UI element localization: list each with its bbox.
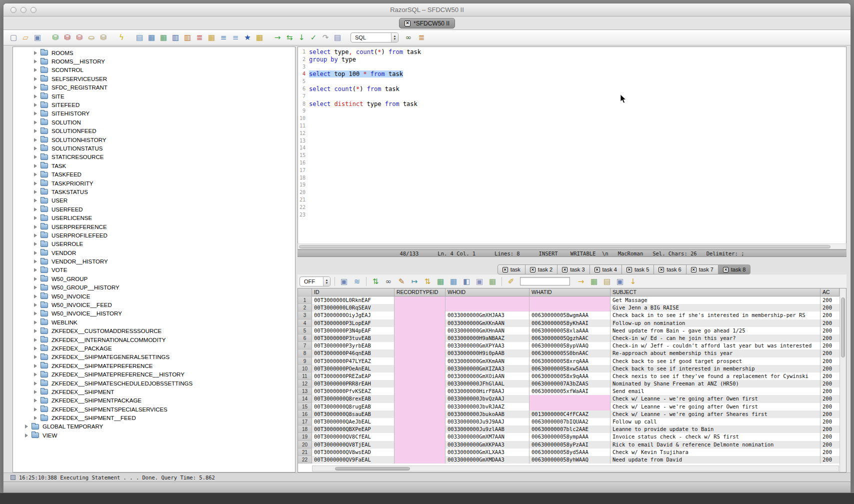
editor-hscrollbar[interactable] bbox=[298, 244, 846, 250]
filter-edit-icon[interactable]: ≋ bbox=[352, 276, 362, 286]
grid-cell[interactable]: 00T3000000Q8rexEAB bbox=[312, 395, 394, 402]
tree-item-taskpriority[interactable]: TASKPRIORITY bbox=[13, 179, 295, 188]
execute-lightning-icon[interactable]: ϟ bbox=[116, 32, 126, 42]
grid-cell[interactable]: 0033000000JbvRJAAZ bbox=[446, 403, 530, 410]
row-number-cell[interactable]: 18 bbox=[298, 426, 312, 433]
tree-item-userlicense[interactable]: USERLICENSE bbox=[13, 214, 295, 222]
grid-cell[interactable]: 200 bbox=[820, 334, 840, 342]
disclosure-triangle-icon[interactable] bbox=[34, 155, 37, 159]
grid-cell[interactable]: 006300000058yKhAAI bbox=[530, 320, 610, 327]
disclosure-triangle-icon[interactable] bbox=[34, 242, 37, 246]
editor-line-17[interactable]: 17 bbox=[298, 167, 846, 174]
row-number-cell[interactable]: 16 bbox=[298, 410, 312, 418]
grid-cell[interactable]: 00T3000000POeAnEAL bbox=[312, 365, 394, 372]
tree-item-w50_invoice__feed[interactable]: W50_INVOICE__FEED bbox=[13, 300, 295, 309]
grid-cell[interactable]: 200 bbox=[820, 403, 840, 410]
save-results-icon[interactable]: ▣ bbox=[339, 276, 349, 286]
disclosure-triangle-icon[interactable] bbox=[34, 129, 37, 133]
disclosure-triangle-icon[interactable] bbox=[34, 198, 37, 202]
tree-item-userrole[interactable]: USERROLE bbox=[13, 240, 295, 248]
tab-close-icon[interactable]: ✕ bbox=[502, 267, 508, 272]
disclosure-triangle-icon[interactable] bbox=[34, 103, 37, 107]
grid-cell[interactable] bbox=[394, 312, 446, 319]
tree-item-zkfedex__shipmentpackage[interactable]: ZKFEDEX__SHIPMENTPACKAGE bbox=[13, 396, 295, 405]
disclosure-triangle-icon[interactable] bbox=[34, 364, 37, 368]
grid-cell[interactable]: 0033000000GmXOiAAN bbox=[446, 372, 530, 380]
open-file-icon[interactable]: ▱ bbox=[20, 32, 30, 42]
result-tab-task-7[interactable]: ✕task 7 bbox=[686, 264, 718, 274]
tree-item-global temporary[interactable]: GLOBAL TEMPORARY bbox=[13, 422, 295, 431]
grid-cell[interactable] bbox=[446, 296, 530, 304]
tree-item-zkfedex__package[interactable]: ZKFEDEX__PACKAGE bbox=[13, 344, 295, 352]
grid-cell[interactable] bbox=[394, 365, 446, 372]
grid-cell[interactable]: 200 bbox=[820, 327, 840, 334]
grid-cell[interactable] bbox=[394, 327, 446, 334]
row-number-cell[interactable]: 5 bbox=[298, 327, 312, 334]
grid-cell[interactable]: 00T3000000P3tuvEAB bbox=[312, 334, 394, 342]
disclosure-triangle-icon[interactable] bbox=[34, 164, 37, 168]
grid-cell[interactable]: 200 bbox=[820, 410, 840, 418]
grid-cell[interactable]: Check back in to see if she's interested… bbox=[610, 312, 820, 319]
disclosure-triangle-icon[interactable] bbox=[34, 86, 37, 90]
editor-line-21[interactable]: 21 bbox=[298, 196, 846, 204]
grid-cell[interactable] bbox=[530, 403, 610, 410]
tree-item-sfdc_registrant[interactable]: SFDC_REGISTRANT bbox=[13, 84, 295, 92]
row-number-cell[interactable]: 12 bbox=[298, 380, 312, 388]
disclosure-triangle-icon[interactable] bbox=[25, 434, 28, 438]
loop-arrows-icon[interactable]: ⇆ bbox=[284, 32, 294, 42]
describe-glasses-icon[interactable]: ∞ bbox=[404, 32, 414, 42]
grid-cell[interactable]: 00T3000000QV8TjEAL bbox=[312, 441, 394, 448]
grid-cell[interactable] bbox=[446, 304, 530, 312]
grid-cell[interactable]: Invoice status check - check w/ RS first bbox=[610, 433, 820, 440]
grid-cell[interactable]: 00T3000000P47LYEAZ bbox=[312, 358, 394, 365]
grid-cell[interactable]: 200 bbox=[820, 418, 840, 426]
tree-item-zkfedex__internationalcommodity[interactable]: ZKFEDEX__INTERNATIONALCOMMODITY bbox=[13, 336, 295, 344]
grid-cell[interactable]: 00630000007A3bZAAS bbox=[530, 380, 610, 388]
grid-cell[interactable]: Need update from Bain - gave go ahead 1/… bbox=[610, 327, 820, 334]
tree-item-solutionhistory[interactable]: SOLUTIONHISTORY bbox=[13, 136, 295, 144]
tree-item-taskfeed[interactable]: TASKFEED bbox=[13, 170, 295, 178]
tree-item-solutionfeed[interactable]: SOLUTIONFEED bbox=[13, 127, 295, 136]
grid-cell[interactable]: Give Jenn a BIG RAISE bbox=[610, 304, 820, 312]
tree-item-w50_invoice[interactable]: W50_INVOICE bbox=[13, 292, 295, 300]
grid-cell[interactable]: 0033000000HirF8AAJ bbox=[446, 388, 530, 395]
grid-cell[interactable] bbox=[394, 358, 446, 365]
disclosure-triangle-icon[interactable] bbox=[34, 286, 37, 290]
grid-cell[interactable]: 00630000007bIQUAA2 bbox=[530, 418, 610, 426]
import-db-icon[interactable]: ⛁ bbox=[50, 32, 60, 42]
grid-cell[interactable]: 00T3000000QV8CfEAL bbox=[312, 433, 394, 440]
disclosure-triangle-icon[interactable] bbox=[34, 260, 37, 264]
download-arrow-icon[interactable]: ↓ bbox=[628, 276, 638, 286]
row-number-cell[interactable]: 6 bbox=[298, 334, 312, 342]
tree-item-scontrol[interactable]: SCONTROL bbox=[13, 66, 295, 74]
checklist-icon[interactable]: ▤ bbox=[134, 32, 144, 42]
disclosure-triangle-icon[interactable] bbox=[34, 208, 37, 212]
db-add-icon[interactable]: ⛀ bbox=[86, 32, 96, 42]
tree-item-user[interactable]: USER bbox=[13, 196, 295, 205]
grid-cell[interactable]: 00630000005S0bnAAC bbox=[530, 350, 610, 357]
table-sync-icon[interactable]: ▦ bbox=[436, 276, 446, 286]
table-panel-icon[interactable]: ◧ bbox=[462, 276, 472, 286]
row-number-cell[interactable]: 9 bbox=[298, 358, 312, 365]
disclosure-triangle-icon[interactable] bbox=[34, 355, 37, 359]
tree-item-taskstatus[interactable]: TASKSTATUS bbox=[13, 188, 295, 196]
tree-item-vendor__history[interactable]: VENDOR__HISTORY bbox=[13, 257, 295, 266]
grid-cell[interactable]: Check w/ Leanne - we're going after Owen… bbox=[610, 395, 820, 402]
result-tab-task-2[interactable]: ✕task 2 bbox=[525, 264, 558, 274]
disclosure-triangle-icon[interactable] bbox=[34, 51, 37, 55]
grid-cell[interactable]: Check nexis to see if they've found a re… bbox=[610, 372, 820, 380]
go-down-icon[interactable]: ↓ bbox=[296, 32, 306, 42]
tab-close-icon[interactable]: ✕ bbox=[562, 267, 568, 272]
grid-cell[interactable] bbox=[394, 441, 446, 448]
grid-cell[interactable]: 0033000000GmXKnAAN bbox=[446, 320, 530, 327]
grid-cell[interactable]: 00T3000000P46qnEAB bbox=[312, 350, 394, 357]
paste-cells-icon[interactable]: ▦ bbox=[488, 276, 498, 286]
grid-cell[interactable] bbox=[394, 350, 446, 357]
grid-cell[interactable]: Rick to email David & reference Delmonte… bbox=[610, 441, 820, 448]
tree-item-userprofilefeed[interactable]: USERPROFILEFEED bbox=[13, 231, 295, 240]
table-edit-icon[interactable]: ▦ bbox=[146, 32, 156, 42]
column-header-recordtypeid[interactable]: RECORDTYPEID bbox=[394, 288, 446, 296]
disclosure-triangle-icon[interactable] bbox=[34, 182, 37, 186]
grid-cell[interactable]: 00T3000000PREZaEAP bbox=[312, 372, 394, 380]
grid-cell[interactable]: Check back to see if interested in membe… bbox=[610, 365, 820, 372]
